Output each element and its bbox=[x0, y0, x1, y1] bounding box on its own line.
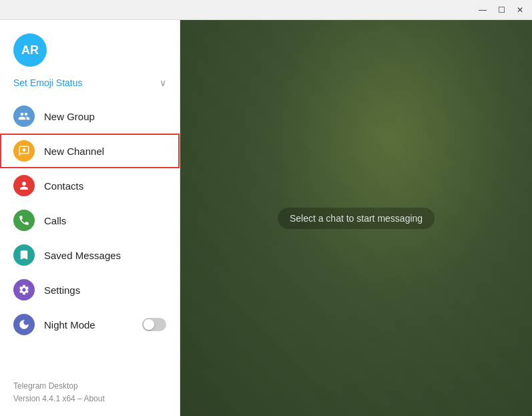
menu-item-new-channel[interactable]: New Channel bbox=[0, 134, 180, 168]
avatar[interactable]: AR bbox=[13, 33, 47, 67]
menu-item-new-group[interactable]: New Group bbox=[0, 99, 180, 134]
minimize-button[interactable]: — bbox=[473, 3, 492, 17]
menu-item-night-mode[interactable]: Night Mode bbox=[0, 307, 180, 342]
settings-icon bbox=[13, 279, 35, 300]
contacts-icon bbox=[13, 175, 35, 196]
sidebar: AR Set Emoji Status ∨ New Group bbox=[0, 20, 180, 416]
new-channel-label: New Channel bbox=[44, 146, 166, 157]
saved-messages-label: Saved Messages bbox=[44, 250, 166, 261]
footer-version: Version 4.4.1 x64 – About bbox=[13, 393, 166, 405]
menu-item-settings[interactable]: Settings bbox=[0, 272, 180, 307]
emoji-status-link[interactable]: Set Emoji Status bbox=[13, 77, 83, 88]
calls-icon bbox=[13, 210, 35, 231]
saved-messages-icon bbox=[13, 244, 35, 266]
select-chat-label: Select a chat to start messaging bbox=[278, 208, 435, 229]
close-button[interactable]: ✕ bbox=[511, 3, 529, 17]
new-channel-icon bbox=[13, 140, 35, 162]
settings-label: Settings bbox=[44, 284, 166, 296]
menu-item-calls[interactable]: Calls bbox=[0, 203, 180, 238]
night-mode-label: Night Mode bbox=[44, 319, 142, 331]
sidebar-footer: Telegram Desktop Version 4.4.1 x64 – Abo… bbox=[0, 372, 180, 416]
chevron-down-icon: ∨ bbox=[160, 77, 166, 88]
menu-list: New Group New Channel bbox=[0, 96, 180, 372]
calls-label: Calls bbox=[44, 215, 166, 226]
new-group-label: New Group bbox=[44, 111, 166, 122]
app-container: AR Set Emoji Status ∨ New Group bbox=[0, 20, 532, 416]
night-mode-icon bbox=[13, 314, 35, 335]
new-group-icon bbox=[13, 106, 35, 127]
titlebar: — ☐ ✕ bbox=[0, 0, 532, 20]
chat-area: Select a chat to start messaging bbox=[180, 20, 532, 416]
contacts-label: Contacts bbox=[44, 180, 166, 192]
profile-section: AR bbox=[0, 20, 180, 77]
emoji-status-row: Set Emoji Status ∨ bbox=[0, 77, 180, 96]
menu-item-contacts[interactable]: Contacts bbox=[0, 168, 180, 203]
footer-app-name: Telegram Desktop bbox=[13, 380, 166, 393]
menu-item-saved-messages[interactable]: Saved Messages bbox=[0, 238, 180, 272]
maximize-button[interactable]: ☐ bbox=[492, 3, 511, 17]
night-mode-toggle[interactable] bbox=[142, 318, 166, 331]
